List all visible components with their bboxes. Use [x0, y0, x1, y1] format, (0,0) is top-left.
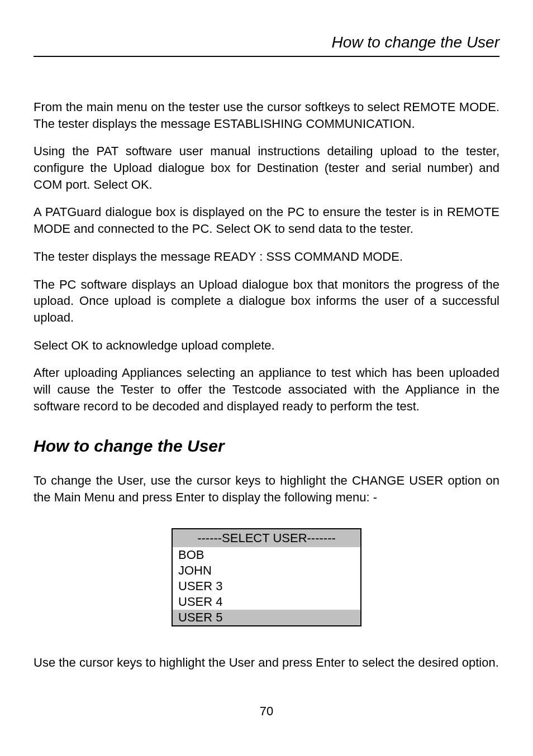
- section-heading: How to change the User: [34, 437, 499, 456]
- paragraph-6: Select OK to acknowledge upload complete…: [34, 337, 499, 354]
- paragraph-4: The tester displays the message READY : …: [34, 248, 499, 265]
- menu-item-user5[interactable]: USER 5: [173, 610, 360, 625]
- page-header: How to change the User: [34, 34, 499, 57]
- page-number: 70: [34, 704, 499, 719]
- paragraph-1: From the main menu on the tester use the…: [34, 99, 499, 132]
- menu-title: ------SELECT USER-------: [173, 529, 360, 547]
- paragraph-3: A PATGuard dialogue box is displayed on …: [34, 204, 499, 237]
- section-intro: To change the User, use the cursor keys …: [34, 472, 499, 505]
- menu-item-john[interactable]: JOHN: [173, 563, 360, 578]
- section-outro: Use the cursor keys to highlight the Use…: [34, 654, 499, 671]
- select-user-menu: ------SELECT USER------- BOB JOHN USER 3…: [172, 528, 361, 626]
- paragraph-5: The PC software displays an Upload dialo…: [34, 276, 499, 326]
- menu-item-bob[interactable]: BOB: [173, 547, 360, 563]
- menu-item-user4[interactable]: USER 4: [173, 594, 360, 610]
- header-title: How to change the User: [332, 34, 499, 51]
- paragraph-2: Using the PAT software user manual instr…: [34, 143, 499, 193]
- menu-item-user3[interactable]: USER 3: [173, 578, 360, 594]
- paragraph-7: After uploading Appliances selecting an …: [34, 365, 499, 414]
